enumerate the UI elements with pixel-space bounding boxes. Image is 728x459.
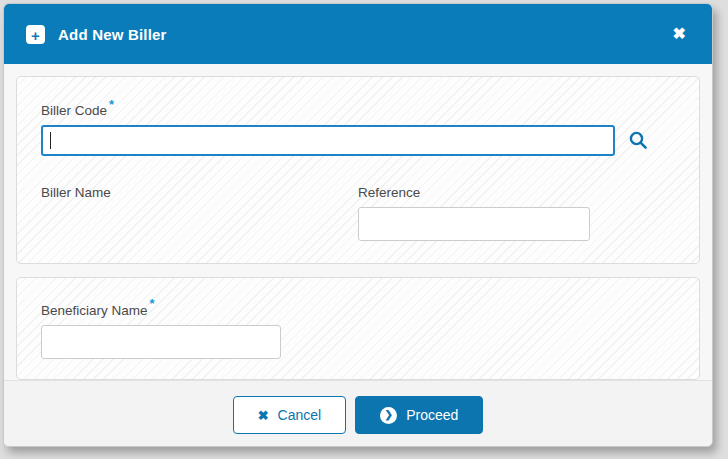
biller-panel: Biller Code* Biller Name bbox=[16, 76, 700, 264]
modal-body: Biller Code* Biller Name bbox=[4, 64, 712, 380]
cancel-button[interactable]: ✖ Cancel bbox=[233, 396, 347, 434]
reference-column: Reference bbox=[358, 183, 675, 241]
modal-title: Add New Biller bbox=[58, 26, 167, 43]
modal-header: + Add New Biller ✖ bbox=[4, 4, 712, 64]
plus-square-icon: + bbox=[26, 25, 45, 44]
modal-footer: ✖ Cancel ❯ Proceed bbox=[4, 380, 712, 447]
biller-code-input[interactable] bbox=[41, 125, 615, 156]
required-asterisk: * bbox=[150, 296, 155, 311]
proceed-button[interactable]: ❯ Proceed bbox=[355, 396, 483, 434]
biller-name-label: Biller Name bbox=[41, 185, 111, 200]
reference-input[interactable] bbox=[358, 207, 590, 241]
beneficiary-name-input[interactable] bbox=[41, 325, 281, 359]
biller-name-column: Biller Name bbox=[41, 183, 358, 241]
close-icon[interactable]: ✖ bbox=[669, 22, 690, 46]
beneficiary-name-label: Beneficiary Name bbox=[41, 303, 148, 318]
cancel-x-icon: ✖ bbox=[258, 408, 269, 423]
cancel-button-label: Cancel bbox=[278, 407, 322, 423]
proceed-button-label: Proceed bbox=[406, 407, 458, 423]
search-icon[interactable] bbox=[628, 130, 649, 151]
text-caret bbox=[50, 132, 51, 149]
required-asterisk: * bbox=[109, 97, 114, 112]
add-new-biller-modal: + Add New Biller ✖ Biller Code* bbox=[3, 3, 713, 447]
biller-code-label: Biller Code bbox=[41, 103, 107, 118]
proceed-chevron-icon: ❯ bbox=[380, 407, 397, 424]
reference-label: Reference bbox=[358, 185, 420, 200]
beneficiary-panel: Beneficiary Name* bbox=[16, 277, 700, 379]
